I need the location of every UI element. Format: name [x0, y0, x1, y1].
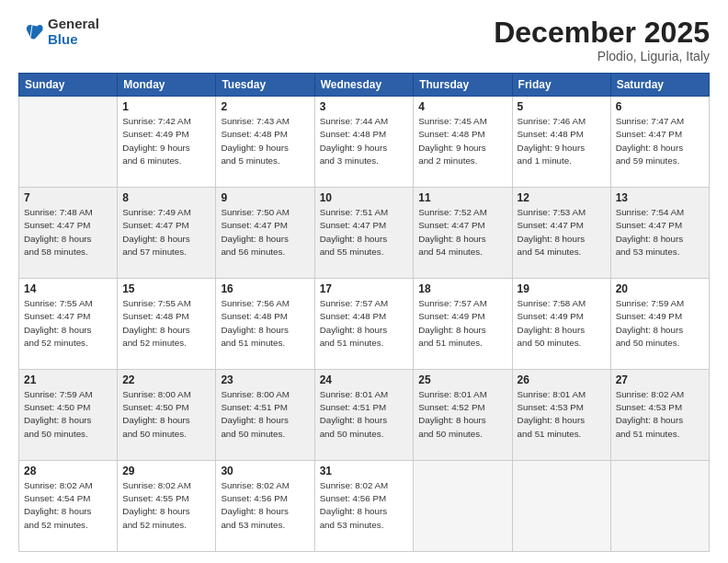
day-info: Sunrise: 7:44 AMSunset: 4:48 PMDaylight:… [320, 115, 409, 167]
logo-general-text: General [48, 17, 99, 32]
day-info: Sunrise: 7:59 AMSunset: 4:50 PMDaylight:… [24, 388, 112, 441]
page: General Blue December 2025 Plodio, Ligur… [0, 0, 728, 563]
day-info: Sunrise: 8:01 AMSunset: 4:52 PMDaylight:… [418, 388, 506, 441]
logo-icon [18, 19, 44, 45]
day-info: Sunrise: 7:42 AMSunset: 4:49 PMDaylight:… [122, 115, 210, 167]
day-number: 26 [518, 373, 606, 386]
table-row: 6Sunrise: 7:47 AMSunset: 4:47 PMDaylight… [610, 97, 709, 188]
day-number: 21 [24, 373, 112, 386]
table-row [19, 97, 118, 188]
table-row: 10Sunrise: 7:51 AMSunset: 4:47 PMDayligh… [314, 188, 414, 279]
calendar-table: Sunday Monday Tuesday Wednesday Thursday… [18, 73, 710, 552]
table-row: 23Sunrise: 8:00 AMSunset: 4:51 PMDayligh… [216, 370, 314, 461]
table-row: 1Sunrise: 7:42 AMSunset: 4:49 PMDaylight… [118, 97, 216, 188]
table-row: 27Sunrise: 8:02 AMSunset: 4:53 PMDayligh… [610, 370, 709, 461]
day-info: Sunrise: 7:45 AMSunset: 4:48 PMDaylight:… [418, 115, 506, 167]
day-info: Sunrise: 8:02 AMSunset: 4:55 PMDaylight:… [122, 479, 210, 532]
day-number: 30 [221, 465, 309, 477]
day-number: 1 [122, 100, 210, 113]
table-row: 20Sunrise: 7:59 AMSunset: 4:49 PMDayligh… [610, 279, 709, 370]
day-number: 8 [122, 191, 210, 204]
day-info: Sunrise: 7:58 AMSunset: 4:49 PMDaylight:… [518, 297, 606, 350]
day-info: Sunrise: 7:59 AMSunset: 4:49 PMDaylight:… [616, 297, 704, 350]
day-info: Sunrise: 8:01 AMSunset: 4:51 PMDaylight:… [320, 388, 409, 441]
day-info: Sunrise: 7:53 AMSunset: 4:47 PMDaylight:… [518, 206, 606, 259]
day-info: Sunrise: 7:52 AMSunset: 4:47 PMDaylight:… [418, 206, 506, 259]
table-row: 15Sunrise: 7:55 AMSunset: 4:48 PMDayligh… [118, 279, 216, 370]
day-number: 3 [320, 100, 409, 113]
table-row: 26Sunrise: 8:01 AMSunset: 4:53 PMDayligh… [512, 370, 610, 461]
day-info: Sunrise: 7:50 AMSunset: 4:47 PMDaylight:… [221, 206, 309, 259]
day-info: Sunrise: 8:00 AMSunset: 4:50 PMDaylight:… [122, 388, 210, 441]
table-row: 7Sunrise: 7:48 AMSunset: 4:47 PMDaylight… [19, 188, 118, 279]
table-row: 5Sunrise: 7:46 AMSunset: 4:48 PMDaylight… [512, 97, 610, 188]
table-row: 8Sunrise: 7:49 AMSunset: 4:47 PMDaylight… [118, 188, 216, 279]
title-area: December 2025 Plodio, Liguria, Italy [494, 17, 710, 63]
table-row: 25Sunrise: 8:01 AMSunset: 4:52 PMDayligh… [414, 370, 512, 461]
table-row: 31Sunrise: 8:02 AMSunset: 4:56 PMDayligh… [314, 461, 414, 552]
day-number: 19 [518, 282, 606, 295]
col-sunday: Sunday [19, 74, 118, 97]
day-info: Sunrise: 8:00 AMSunset: 4:51 PMDaylight:… [221, 388, 309, 441]
day-number: 27 [616, 373, 704, 386]
table-row: 30Sunrise: 8:02 AMSunset: 4:56 PMDayligh… [216, 461, 314, 552]
day-info: Sunrise: 8:02 AMSunset: 4:56 PMDaylight:… [320, 479, 409, 532]
day-number: 28 [24, 465, 112, 477]
day-number: 7 [24, 191, 112, 204]
col-wednesday: Wednesday [314, 74, 414, 97]
day-number: 18 [418, 282, 506, 295]
table-row: 3Sunrise: 7:44 AMSunset: 4:48 PMDaylight… [314, 97, 414, 188]
table-row: 16Sunrise: 7:56 AMSunset: 4:48 PMDayligh… [216, 279, 314, 370]
col-tuesday: Tuesday [216, 74, 314, 97]
day-info: Sunrise: 7:54 AMSunset: 4:47 PMDaylight:… [616, 206, 704, 259]
day-info: Sunrise: 8:02 AMSunset: 4:53 PMDaylight:… [616, 388, 704, 441]
day-info: Sunrise: 8:01 AMSunset: 4:53 PMDaylight:… [518, 388, 606, 441]
table-row: 21Sunrise: 7:59 AMSunset: 4:50 PMDayligh… [19, 370, 118, 461]
day-number: 10 [320, 191, 409, 204]
day-number: 29 [122, 465, 210, 477]
day-number: 23 [221, 373, 309, 386]
day-number: 31 [320, 465, 409, 477]
day-number: 9 [221, 191, 309, 204]
day-info: Sunrise: 7:43 AMSunset: 4:48 PMDaylight:… [221, 115, 309, 167]
day-info: Sunrise: 7:55 AMSunset: 4:48 PMDaylight:… [122, 297, 210, 350]
calendar-week-row: 28Sunrise: 8:02 AMSunset: 4:54 PMDayligh… [19, 461, 710, 552]
logo-text: General Blue [48, 17, 99, 47]
day-number: 25 [418, 373, 506, 386]
day-number: 12 [518, 191, 606, 204]
logo-blue-text: Blue [48, 32, 99, 48]
col-saturday: Saturday [610, 74, 709, 97]
table-row: 13Sunrise: 7:54 AMSunset: 4:47 PMDayligh… [610, 188, 709, 279]
table-row: 14Sunrise: 7:55 AMSunset: 4:47 PMDayligh… [19, 279, 118, 370]
day-number: 4 [418, 100, 506, 113]
col-friday: Friday [512, 74, 610, 97]
day-number: 11 [418, 191, 506, 204]
day-number: 14 [24, 282, 112, 295]
table-row: 29Sunrise: 8:02 AMSunset: 4:55 PMDayligh… [118, 461, 216, 552]
table-row: 19Sunrise: 7:58 AMSunset: 4:49 PMDayligh… [512, 279, 610, 370]
day-info: Sunrise: 7:48 AMSunset: 4:47 PMDaylight:… [24, 206, 112, 259]
day-info: Sunrise: 8:02 AMSunset: 4:54 PMDaylight:… [24, 479, 112, 532]
day-number: 6 [616, 100, 704, 113]
col-thursday: Thursday [414, 74, 512, 97]
day-number: 15 [122, 282, 210, 295]
col-monday: Monday [118, 74, 216, 97]
day-number: 24 [320, 373, 409, 386]
table-row: 18Sunrise: 7:57 AMSunset: 4:49 PMDayligh… [414, 279, 512, 370]
calendar-week-row: 14Sunrise: 7:55 AMSunset: 4:47 PMDayligh… [19, 279, 710, 370]
table-row [512, 461, 610, 552]
table-row: 4Sunrise: 7:45 AMSunset: 4:48 PMDaylight… [414, 97, 512, 188]
day-number: 13 [616, 191, 704, 204]
day-number: 22 [122, 373, 210, 386]
day-info: Sunrise: 7:57 AMSunset: 4:49 PMDaylight:… [418, 297, 506, 350]
day-number: 2 [221, 100, 309, 113]
table-row: 11Sunrise: 7:52 AMSunset: 4:47 PMDayligh… [414, 188, 512, 279]
table-row: 24Sunrise: 8:01 AMSunset: 4:51 PMDayligh… [314, 370, 414, 461]
day-info: Sunrise: 7:49 AMSunset: 4:47 PMDaylight:… [122, 206, 210, 259]
calendar-header-row: Sunday Monday Tuesday Wednesday Thursday… [19, 74, 710, 97]
day-info: Sunrise: 7:51 AMSunset: 4:47 PMDaylight:… [320, 206, 409, 259]
day-info: Sunrise: 7:56 AMSunset: 4:48 PMDaylight:… [221, 297, 309, 350]
calendar-week-row: 1Sunrise: 7:42 AMSunset: 4:49 PMDaylight… [19, 97, 710, 188]
location: Plodio, Liguria, Italy [494, 49, 710, 63]
month-title: December 2025 [494, 17, 710, 49]
